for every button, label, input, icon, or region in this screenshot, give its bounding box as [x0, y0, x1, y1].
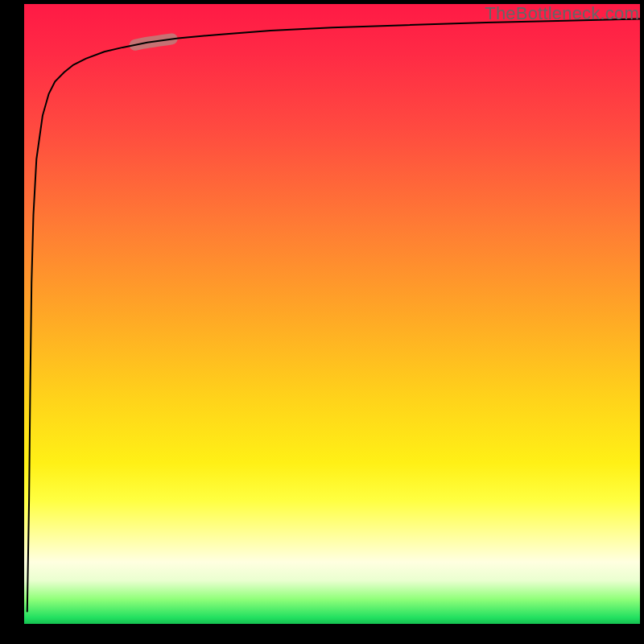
chart-frame: TheBottleneck.com — [0, 0, 644, 644]
watermark-text: TheBottleneck.com — [485, 3, 639, 24]
bottleneck-curve — [27, 19, 640, 612]
curve-layer — [24, 4, 640, 624]
